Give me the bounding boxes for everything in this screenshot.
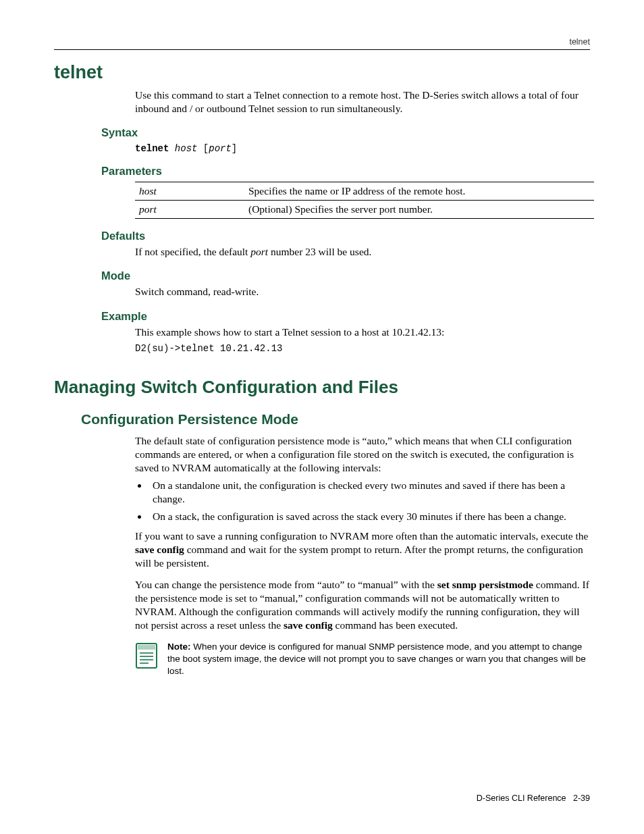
command-title: telnet xyxy=(54,62,590,83)
intro-text: Use this command to start a Telnet conne… xyxy=(135,88,590,115)
page-footer: D-Series CLI Reference 2-39 xyxy=(477,793,590,803)
page-header: telnet xyxy=(54,37,590,49)
mode-text: Switch command, read‑write. xyxy=(135,285,590,298)
syntax-bracket-close: ] xyxy=(232,143,237,154)
param-name: host xyxy=(135,182,244,201)
footer-book: D-Series CLI Reference xyxy=(477,793,566,803)
parameters-table: host Specifies the name or IP address of… xyxy=(135,182,594,219)
section2-p3: You can change the persistence mode from… xyxy=(135,578,590,633)
section-heading: Managing Switch Configuration and Files xyxy=(54,377,590,398)
section2-p2: If you want to save a running configurat… xyxy=(135,529,590,570)
param-desc: Specifies the name or IP address of the … xyxy=(244,182,594,201)
example-heading: Example xyxy=(101,310,590,323)
section2-p1: The default state of configuration persi… xyxy=(135,434,590,475)
svg-rect-1 xyxy=(138,645,155,650)
table-row: host Specifies the name or IP address of… xyxy=(135,182,594,201)
table-row: port (Optional) Specifies the server por… xyxy=(135,201,594,219)
mode-heading: Mode xyxy=(101,269,590,282)
syntax-arg-port: port xyxy=(209,143,232,154)
note-box: Note: When your device is configured for… xyxy=(135,641,590,678)
note-icon xyxy=(135,642,158,669)
syntax-arg-host: host xyxy=(175,143,198,154)
syntax-code: telnet host [port] xyxy=(135,143,590,154)
example-text: This example shows how to start a Telnet… xyxy=(135,325,590,339)
subsection-heading: Configuration Persistence Mode xyxy=(81,411,590,427)
param-name: port xyxy=(135,201,244,219)
list-item: On a standalone unit, the configuration … xyxy=(149,479,590,506)
note-text: Note: When your device is configured for… xyxy=(167,641,590,678)
parameters-heading: Parameters xyxy=(101,165,590,178)
syntax-bracket-open: [ xyxy=(197,143,209,154)
defaults-text: If not specified, the default port numbe… xyxy=(135,245,590,259)
syntax-heading: Syntax xyxy=(101,126,590,139)
example-code: D2(su)->telnet 10.21.42.13 xyxy=(135,343,590,354)
footer-page: 2-39 xyxy=(573,793,590,803)
defaults-heading: Defaults xyxy=(101,230,590,242)
list-item: On a stack, the configuration is saved a… xyxy=(149,510,590,523)
param-desc: (Optional) Specifies the server port num… xyxy=(244,201,594,219)
header-rule xyxy=(54,49,590,50)
section2-bullets: On a standalone unit, the configuration … xyxy=(135,479,590,523)
syntax-keyword: telnet xyxy=(135,143,169,154)
